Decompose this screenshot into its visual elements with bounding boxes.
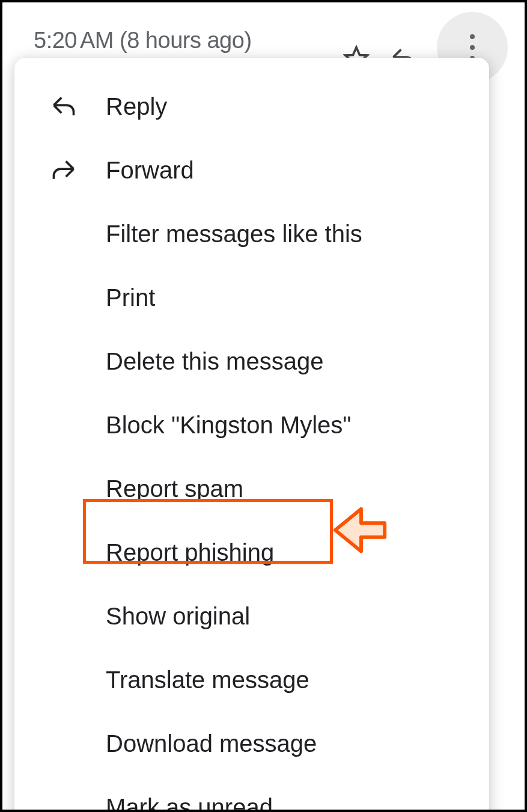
menu-item-show-original[interactable]: Show original: [14, 584, 489, 648]
menu-label: Print: [106, 284, 155, 311]
email-options-menu: Reply Forward Filter messages like this …: [14, 58, 489, 812]
reply-arrow-icon: [50, 93, 77, 120]
svg-point-2: [470, 45, 475, 50]
menu-item-filter[interactable]: Filter messages like this: [14, 202, 489, 266]
menu-label: Filter messages like this: [106, 221, 362, 248]
menu-item-forward[interactable]: Forward: [14, 138, 489, 202]
menu-label: Download message: [106, 730, 317, 757]
forward-arrow-icon: [50, 157, 77, 183]
menu-label: Delete this message: [106, 348, 323, 375]
menu-label: Mark as unread: [106, 794, 273, 813]
menu-label: Block "Kingston Myles": [106, 412, 352, 439]
menu-label: Show original: [106, 603, 250, 630]
svg-point-1: [470, 34, 475, 39]
menu-label: Report spam: [106, 475, 243, 502]
menu-label: Report phishing: [106, 539, 274, 566]
menu-label: Forward: [106, 157, 194, 184]
menu-item-delete[interactable]: Delete this message: [14, 329, 489, 393]
menu-item-reply[interactable]: Reply: [14, 75, 489, 138]
menu-item-mark-unread[interactable]: Mark as unread: [14, 775, 489, 812]
menu-label: Reply: [106, 93, 167, 120]
menu-item-translate[interactable]: Translate message: [14, 648, 489, 712]
menu-item-print[interactable]: Print: [14, 266, 489, 329]
menu-item-report-phishing[interactable]: Report phishing: [14, 520, 489, 584]
menu-label: Translate message: [106, 667, 309, 694]
email-timestamp: 5:20 AM (8 hours ago): [34, 28, 252, 53]
menu-item-block[interactable]: Block "Kingston Myles": [14, 393, 489, 457]
menu-item-download[interactable]: Download message: [14, 712, 489, 775]
menu-item-report-spam[interactable]: Report spam: [14, 457, 489, 520]
